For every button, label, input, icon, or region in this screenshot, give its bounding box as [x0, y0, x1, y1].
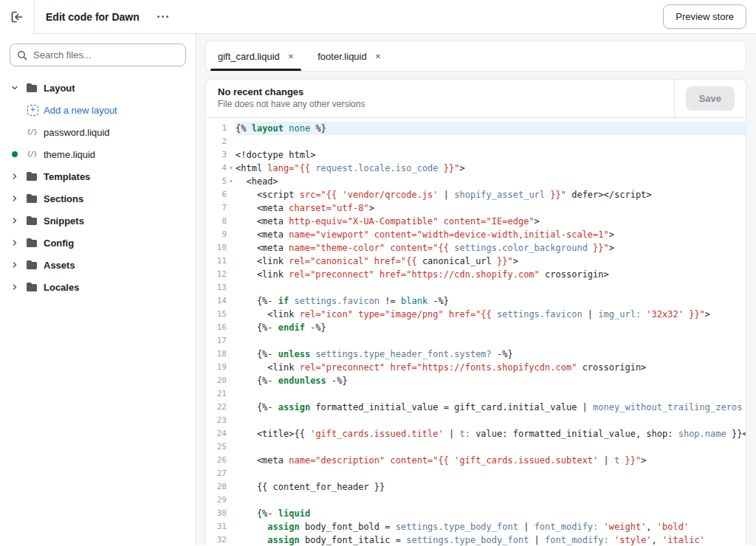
chevron-right-icon[interactable]	[10, 173, 20, 180]
code-line-24[interactable]: 24 <title>{{ 'gift_cards.issued.title' |…	[206, 427, 746, 440]
code-line-16[interactable]: 16 {%- endif -%}	[206, 321, 746, 334]
code-text: {%- unless settings.type_header_font.sys…	[236, 348, 746, 361]
code-line-17[interactable]: 17	[206, 334, 746, 348]
code-line-28[interactable]: 28 {{ content_for_header }}	[206, 480, 746, 494]
code-text	[236, 334, 746, 348]
sidebar-folder-config[interactable]: Config	[0, 232, 196, 254]
code-line-32[interactable]: 32 assign body_font_italic = settings.ty…	[206, 533, 746, 545]
code-line-11[interactable]: 11 <link rel="canonical" href="{{ canoni…	[206, 255, 746, 268]
preview-store-button[interactable]: Preview store	[663, 4, 746, 29]
sidebar-folder-assets[interactable]: Assets	[0, 254, 196, 276]
code-line-9[interactable]: 9 <meta name="viewport" content="width=d…	[206, 228, 746, 241]
code-line-8[interactable]: 8 <meta http-equiv="X-UA-Compatible" con…	[206, 215, 746, 228]
code-text: {%- liquid	[236, 507, 746, 520]
close-tab-icon[interactable]: ✕	[288, 52, 294, 61]
folder-icon	[25, 83, 38, 93]
sidebar-folder-templates[interactable]: Templates	[0, 165, 196, 187]
code-line-1[interactable]: 1{% layout none %}	[206, 122, 746, 135]
line-number: 1	[206, 122, 227, 135]
exit-editor-button[interactable]	[0, 0, 35, 34]
folder-label: Locales	[44, 282, 79, 293]
tab-gift_card.liquid[interactable]: gift_card.liquid✕	[206, 41, 306, 71]
line-number: 13	[206, 281, 227, 294]
close-tab-icon[interactable]: ✕	[375, 52, 381, 61]
code-line-18[interactable]: 18 {%- unless settings.type_header_font.…	[206, 348, 746, 361]
sidebar-folder-snippets[interactable]: Snippets	[0, 210, 196, 232]
search-icon	[17, 50, 27, 61]
code-text: <link rel="canonical" href="{{ canonical…	[236, 255, 746, 268]
sidebar-file-theme.liquid[interactable]: {/}theme.liquid	[0, 143, 196, 165]
folder-icon	[25, 282, 38, 292]
editor-card: No recent changes File does not have any…	[205, 79, 746, 545]
line-number: 22	[206, 401, 227, 414]
chevron-right-icon[interactable]	[10, 195, 20, 202]
code-line-13[interactable]: 13	[206, 281, 746, 294]
code-text	[236, 494, 746, 507]
code-line-14[interactable]: 14 {%- if settings.favicon != blank -%}	[206, 294, 746, 308]
folder-icon	[25, 260, 38, 270]
code-line-2[interactable]: 2	[206, 135, 746, 148]
sidebar-folder-sections[interactable]: Sections	[0, 187, 196, 210]
code-line-10[interactable]: 10 <meta name="theme-color" content="{{ …	[206, 241, 746, 255]
code-line-29[interactable]: 29	[206, 494, 746, 507]
line-number: 32	[206, 533, 227, 545]
save-button[interactable]: Save	[686, 86, 735, 111]
code-line-15[interactable]: 15 <link rel="icon" type="image/png" hre…	[206, 308, 746, 321]
chevron-right-icon[interactable]	[10, 283, 20, 291]
code-file-icon: {/}	[25, 151, 38, 158]
chevron-right-icon[interactable]	[10, 217, 20, 224]
line-number: 8	[206, 215, 227, 228]
folder-label: Assets	[44, 260, 75, 271]
fold-chevron-icon[interactable]: ▾	[227, 162, 236, 175]
code-line-21[interactable]: 21	[206, 387, 746, 401]
code-line-19[interactable]: 19 <link rel="preconnect" href="https://…	[206, 361, 746, 374]
code-line-3[interactable]: 3<!doctype html>	[206, 148, 746, 162]
code-text: {%- endif -%}	[236, 321, 746, 334]
code-line-31[interactable]: 31 assign body_font_bold = settings.type…	[206, 520, 746, 533]
chevron-right-icon[interactable]	[10, 261, 20, 269]
code-line-26[interactable]: 26 <meta name="description" content="{{ …	[206, 454, 746, 467]
line-number: 12	[206, 268, 227, 281]
sidebar-folder-layout[interactable]: Layout	[0, 77, 196, 99]
sidebar-file-password.liquid[interactable]: {/}password.liquid	[0, 121, 196, 143]
folder-icon	[25, 215, 38, 226]
more-options-button[interactable]	[153, 11, 173, 22]
code-line-27[interactable]: 27	[206, 467, 746, 480]
file-tree: Layout+Add a new layout{/}password.liqui…	[0, 77, 196, 298]
tab-label: gift_card.liquid	[218, 51, 280, 62]
folder-label: Templates	[44, 171, 90, 182]
code-line-6[interactable]: 6 <script src="{{ 'vendor/qrcode.js' | s…	[206, 188, 746, 201]
code-text: {{ content_for_header }}	[236, 480, 746, 494]
line-number: 3	[206, 148, 227, 162]
tab-footer.liquid[interactable]: footer.liquid✕	[306, 41, 393, 71]
file-label: password.liquid	[44, 127, 110, 138]
code-editor-area[interactable]: 1{% layout none %}23<!doctype html>4▾<ht…	[206, 118, 746, 545]
folder-label: Sections	[44, 193, 83, 204]
recent-changes-subtitle: File does not have any other versions	[218, 99, 365, 109]
chevron-right-icon[interactable]	[10, 239, 20, 246]
code-line-20[interactable]: 20 {%- endunless -%}	[206, 374, 746, 387]
code-line-12[interactable]: 12 <link rel="preconnect" href="https://…	[206, 268, 746, 281]
chevron-down-icon[interactable]	[10, 84, 20, 91]
code-line-7[interactable]: 7 <meta charset="utf-8">	[206, 201, 746, 215]
code-text: <meta http-equiv="X-UA-Compatible" conte…	[236, 215, 746, 228]
folder-label: Snippets	[44, 215, 84, 227]
code-text	[236, 281, 746, 294]
code-text: <script src="{{ 'vendor/qrcode.js' | sho…	[236, 188, 746, 201]
add-new-layout-link[interactable]: +Add a new layout	[0, 99, 196, 121]
folder-label: Layout	[44, 83, 75, 94]
search-files-input[interactable]	[10, 44, 186, 66]
line-number: 6	[206, 188, 227, 201]
line-number: 28	[206, 480, 227, 494]
code-text	[236, 440, 746, 454]
code-line-5[interactable]: 5▾ <head>	[206, 175, 746, 188]
sidebar-folder-locales[interactable]: Locales	[0, 276, 196, 298]
code-line-4[interactable]: 4▾<html lang="{{ request.locale.iso_code…	[206, 162, 746, 175]
code-text	[236, 135, 746, 148]
fold-chevron-icon[interactable]: ▾	[227, 175, 236, 188]
code-line-22[interactable]: 22 {%- assign formatted_initial_value = …	[206, 401, 746, 414]
code-line-25[interactable]: 25	[206, 440, 746, 454]
code-line-30[interactable]: 30 {%- liquid	[206, 507, 746, 520]
line-number: 29	[206, 494, 227, 507]
code-line-23[interactable]: 23	[206, 414, 746, 427]
